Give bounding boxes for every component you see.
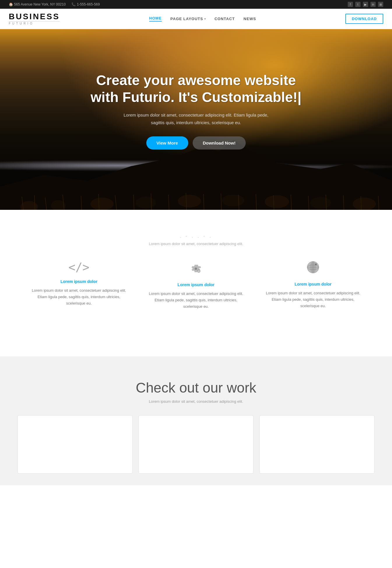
nav-news[interactable]: NEWS xyxy=(244,17,256,21)
feature-gear-title-normal: Lorem ipsum xyxy=(177,282,203,287)
svg-point-9 xyxy=(353,198,376,210)
hero-subtitle: Lorem ipsum dolor sit amet, consectetuer… xyxy=(123,111,269,126)
feature-code-title-blue: dolor xyxy=(86,279,97,284)
svg-point-32 xyxy=(195,268,197,270)
feature-code: </> Lorem ipsum dolor Lorem ipsum dolor … xyxy=(29,261,129,310)
nav-contact[interactable]: CONTACT xyxy=(215,17,235,21)
site-header: BUSINESS FUTURIO HOME PAGE LAYOUTS ▾ CON… xyxy=(0,9,392,29)
features-grid: </> Lorem ipsum dolor Lorem ipsum dolor … xyxy=(29,261,363,310)
nav-home[interactable]: HOME xyxy=(149,16,162,22)
logo-main: BUSINESS xyxy=(9,13,60,21)
feature-globe: Lorem ipsum dolor Lorem ipsum dolor sit … xyxy=(263,261,363,310)
site-logo[interactable]: BUSINESS FUTURIO xyxy=(9,13,60,25)
top-bar-info: 🏠 565 Avenue New York, NY 00210 📞 1-555-… xyxy=(9,2,100,6)
svg-point-3 xyxy=(90,198,114,210)
work-card-3[interactable] xyxy=(259,415,375,474)
feature-gear-title: Lorem ipsum dolor xyxy=(146,282,246,287)
feature-gear: Lorem ipsum dolor Lorem ipsum dolor sit … xyxy=(146,261,246,310)
work-card-2[interactable] xyxy=(138,415,254,474)
work-card-1[interactable] xyxy=(17,415,133,474)
svg-point-6 xyxy=(222,195,244,206)
main-nav: HOME PAGE LAYOUTS ▾ CONTACT NEWS xyxy=(149,16,256,22)
code-icon: </> xyxy=(29,261,129,274)
svg-point-7 xyxy=(265,195,289,208)
svg-point-5 xyxy=(178,195,201,207)
feature-globe-desc: Lorem ipsum dolor sit amet, consectetuer… xyxy=(263,290,363,309)
feature-code-desc: Lorem ipsum dolor sit amet, consectetuer… xyxy=(29,287,129,307)
features-section: . - . . - . Lorem ipsum dolor sit amet, … xyxy=(0,210,392,356)
download-now-button[interactable]: Download Now! xyxy=(193,136,246,150)
logo-sub: FUTURIO xyxy=(9,21,60,25)
work-header: Check out our work Lorem ipsum dolor sit… xyxy=(17,380,375,404)
address-text: 565 Avenue New York, NY 00210 xyxy=(14,2,66,6)
hero-section: Create your awesome website with Futurio… xyxy=(0,29,392,210)
work-subtitle: Lorem ipsum dolor sit amet, consectetuer… xyxy=(17,399,375,404)
work-title: Check out our work xyxy=(17,380,375,396)
svg-point-4 xyxy=(136,197,156,208)
linkedin-icon[interactable]: in xyxy=(370,2,376,7)
section-dots: . - . . - . xyxy=(29,233,363,239)
work-section: Check out our work Lorem ipsum dolor sit… xyxy=(0,356,392,485)
social-links: f t ▶ in ⊞ xyxy=(348,2,383,7)
rss-icon[interactable]: ⊞ xyxy=(378,2,383,7)
feature-globe-title: Lorem ipsum dolor xyxy=(263,282,363,286)
view-more-button[interactable]: View More xyxy=(146,136,188,150)
phone-text: 1-555-665-569 xyxy=(77,2,100,6)
feature-gear-title-blue: dolor xyxy=(203,282,215,287)
hero-content: Create your awesome website with Futurio… xyxy=(80,72,313,150)
header-download-button[interactable]: DOWNLOAD xyxy=(345,14,383,24)
twitter-icon[interactable]: t xyxy=(355,2,361,7)
feature-gear-desc: Lorem ipsum dolor sit amet, consectetuer… xyxy=(146,291,246,310)
youtube-icon[interactable]: ▶ xyxy=(363,2,368,7)
svg-point-34 xyxy=(198,270,200,272)
svg-point-8 xyxy=(310,197,331,209)
features-tagline: Lorem ipsum dolor sit amet, consectetuer… xyxy=(29,242,363,246)
feature-globe-title-blue: dolor xyxy=(320,282,332,286)
home-icon: 🏠 xyxy=(9,2,13,6)
address-info: 🏠 565 Avenue New York, NY 00210 xyxy=(9,2,66,6)
top-bar: 🏠 565 Avenue New York, NY 00210 📞 1-555-… xyxy=(0,0,392,9)
dropdown-chevron-icon: ▾ xyxy=(204,17,206,20)
phone-icon: 📞 xyxy=(71,2,76,6)
feature-code-title: Lorem ipsum dolor xyxy=(29,279,129,284)
work-grid xyxy=(17,415,375,474)
gear-icon xyxy=(146,261,246,277)
svg-point-41 xyxy=(315,263,317,265)
nav-page-layouts-label[interactable]: PAGE LAYOUTS xyxy=(170,17,203,21)
globe-icon xyxy=(263,261,363,277)
facebook-icon[interactable]: f xyxy=(348,2,353,7)
hero-title: Create your awesome website with Futurio… xyxy=(88,72,304,105)
phone-info: 📞 1-555-665-569 xyxy=(71,2,100,6)
feature-code-title-normal: Lorem ipsum xyxy=(60,279,86,284)
feature-globe-title-normal: Lorem ipsum xyxy=(295,282,320,286)
hero-buttons: View More Download Now! xyxy=(88,136,304,150)
nav-page-layouts[interactable]: PAGE LAYOUTS ▾ xyxy=(170,17,206,21)
